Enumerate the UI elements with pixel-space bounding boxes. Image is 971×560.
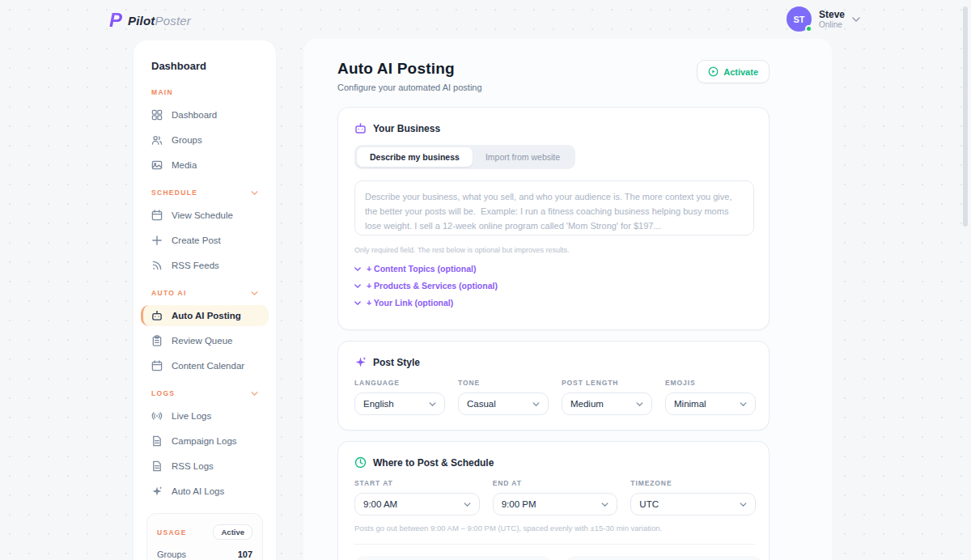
field-label: EMOJIS: [665, 379, 756, 387]
robot-icon: [354, 122, 367, 134]
sidebar-item-create-post[interactable]: Create Post: [145, 230, 265, 251]
required-field-hint: Only required field. The rest below is o…: [354, 246, 753, 254]
chevron-down-icon: [251, 392, 258, 396]
play-circle-icon: [708, 66, 719, 77]
select-value: Minimal: [674, 399, 706, 409]
products-services-link[interactable]: + Products & Services (optional): [354, 281, 753, 291]
post-length-field: POST LENGTH Medium: [562, 379, 652, 415]
section-label: SCHEDULE: [151, 189, 197, 197]
page-subtitle: Configure your automated AI posting: [337, 83, 482, 92]
media-icon: [151, 159, 163, 171]
sidebar-item-rss-logs[interactable]: RSS Logs: [145, 456, 265, 477]
select-value: 9:00 AM: [363, 499, 397, 509]
active-badge: Active: [213, 524, 252, 540]
business-tabbar: Describe my business Import from website: [354, 145, 575, 169]
avatar-initials: ST: [793, 15, 804, 24]
sidebar-item-campaign-logs[interactable]: Campaign Logs: [145, 431, 265, 452]
robot-icon: [151, 310, 163, 321]
select-value: Casual: [467, 399, 496, 409]
usage-row-value: 107: [238, 549, 252, 559]
clock-icon: [354, 456, 367, 469]
chevron-down-icon: [740, 503, 747, 507]
schedule-card: Where to Post & Schedule START AT 9:00 A…: [337, 441, 770, 560]
field-label: END AT: [493, 479, 618, 487]
user-name: Steve: [819, 9, 845, 20]
start-at-select[interactable]: 9:00 AM: [354, 493, 480, 515]
field-label: TONE: [458, 379, 549, 387]
section-label: LOGS: [151, 389, 175, 397]
chevron-down-icon: [354, 284, 361, 288]
sidebar-item-label: Dashboard: [172, 110, 217, 120]
select-value: Medium: [570, 399, 604, 409]
your-business-card: Your Business Describe my business Impor…: [337, 107, 770, 330]
usage-row-name: Groups: [157, 549, 186, 559]
sidebar-item-live-logs[interactable]: Live Logs: [145, 405, 265, 426]
sidebar-item-groups[interactable]: Groups: [145, 129, 265, 151]
user-meta: Steve Online: [819, 9, 845, 29]
tab-import-from-website[interactable]: Import from website: [473, 147, 573, 167]
plus-icon: [151, 235, 163, 246]
post-style-card: Post Style LANGUAGE English TONE Casual: [337, 341, 770, 431]
post-length-select[interactable]: Medium: [562, 392, 652, 415]
emojis-select[interactable]: Minimal: [665, 392, 756, 415]
end-at-field: END AT 9:00 PM: [493, 479, 618, 515]
chevron-down-icon: [601, 503, 608, 507]
activate-button-label: Activate: [723, 67, 758, 77]
field-label: POST LENGTH: [562, 379, 652, 387]
optional-link-label: + Products & Services (optional): [367, 281, 498, 291]
sidebar-section-auto-ai[interactable]: AUTO AI: [145, 289, 265, 297]
tab-describe-my-business[interactable]: Describe my business: [357, 147, 473, 167]
sidebar-item-label: RSS Logs: [172, 461, 214, 471]
sidebar-section-main: MAIN: [145, 88, 265, 96]
timezone-select[interactable]: UTC: [630, 493, 756, 515]
avatar[interactable]: ST: [787, 6, 812, 32]
sidebar-item-dashboard[interactable]: Dashboard: [145, 104, 265, 125]
usage-label: USAGE: [157, 528, 187, 537]
chevron-down-icon: [532, 402, 540, 406]
sidebar-item-view-schedule[interactable]: View Schedule: [145, 205, 265, 226]
optional-link-label: + Your Link (optional): [367, 298, 453, 308]
clipboard-icon: [151, 335, 163, 346]
chevron-down-icon: [464, 503, 471, 507]
sidebar-item-label: Create Post: [172, 235, 221, 245]
sidebar-item-label: Review Queue: [172, 336, 232, 346]
language-select[interactable]: English: [354, 392, 445, 415]
end-at-select[interactable]: 9:00 PM: [493, 493, 618, 515]
sidebar-section-schedule[interactable]: SCHEDULE: [145, 189, 265, 197]
sidebar-item-rss-feeds[interactable]: RSS Feeds: [145, 255, 265, 276]
sidebar: Dashboard MAIN Dashboard Groups Media SC…: [134, 40, 276, 560]
field-label: START AT: [354, 479, 480, 487]
section-label: MAIN: [151, 88, 173, 96]
tone-select[interactable]: Casual: [458, 392, 549, 415]
page-head-text: Auto AI Posting Configure your automated…: [337, 60, 482, 92]
usage-row-groups: Groups 107: [157, 549, 252, 559]
chevron-down-icon: [354, 267, 361, 271]
content-topics-link[interactable]: + Content Topics (optional): [354, 264, 753, 274]
select-value: 9:00 PM: [502, 499, 536, 509]
card-title: Where to Post & Schedule: [373, 457, 494, 469]
file-icon: [151, 435, 163, 447]
chevron-down-icon[interactable]: [852, 17, 860, 22]
sidebar-item-media[interactable]: Media: [145, 155, 265, 176]
sidebar-item-label: View Schedule: [172, 210, 233, 220]
app-logo[interactable]: P PilotPoster: [109, 11, 191, 30]
logo-wordmark: PilotPoster: [128, 14, 191, 28]
business-description-textarea[interactable]: [354, 180, 754, 235]
sidebar-item-label: Auto AI Posting: [172, 311, 241, 320]
logo-bold-text: Pilot: [128, 14, 155, 28]
sidebar-section-logs[interactable]: LOGS: [145, 389, 265, 397]
chevron-down-icon: [354, 301, 361, 305]
your-link-link[interactable]: + Your Link (optional): [354, 298, 753, 308]
activate-button[interactable]: Activate: [697, 60, 770, 83]
select-value: English: [363, 399, 394, 409]
user-menu[interactable]: ST Steve Online: [787, 6, 860, 32]
select-value: UTC: [639, 499, 659, 509]
card-title: Your Business: [373, 123, 440, 134]
sidebar-item-auto-ai-posting[interactable]: Auto AI Posting: [141, 305, 269, 326]
sidebar-item-content-calendar[interactable]: Content Calendar: [145, 355, 265, 376]
sidebar-item-auto-ai-logs[interactable]: Auto AI Logs: [145, 481, 265, 502]
sidebar-item-review-queue[interactable]: Review Queue: [145, 330, 265, 351]
emojis-field: EMOJIS Minimal: [665, 379, 756, 415]
sparkles-icon: [354, 356, 367, 368]
scrollbar[interactable]: [963, 6, 968, 227]
